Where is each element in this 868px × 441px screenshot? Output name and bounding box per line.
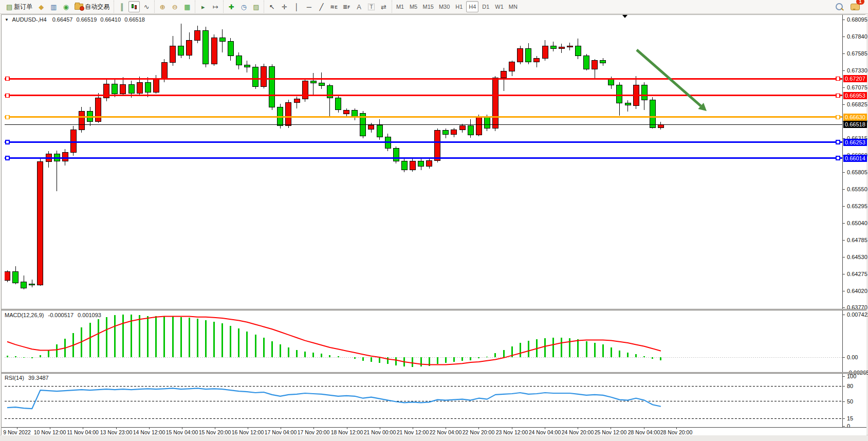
axis-tick-mark <box>843 418 845 419</box>
timeframe-D1[interactable]: D1 <box>479 1 492 12</box>
chart-window[interactable]: ▼ AUDUSD-,H4 0.66457 0.66519 0.66410 0.6… <box>1 14 867 435</box>
candle <box>617 85 622 103</box>
price-tick: 0.65550 <box>847 186 867 192</box>
line-price-tag: 0.66953 <box>843 92 867 99</box>
candle <box>96 98 101 122</box>
time-label: 21 Nov 12:00 <box>397 429 429 435</box>
price-axis[interactable]: 0.680950.678400.675850.673300.670750.668… <box>842 15 866 427</box>
candle <box>170 46 176 62</box>
templates-button[interactable]: ▨ <box>250 1 262 12</box>
navigator-button[interactable]: ◉ <box>60 1 71 12</box>
candle <box>145 82 151 92</box>
timeframe-M30[interactable]: M30 <box>437 1 452 12</box>
vertical-line-button[interactable]: │ <box>291 1 302 12</box>
line-handle[interactable] <box>6 77 9 81</box>
axis-tick-mark <box>843 87 845 88</box>
data-window-button[interactable]: ▥ <box>48 1 59 12</box>
crosshair-button[interactable]: ✛ <box>279 1 290 12</box>
axis-tick-mark <box>843 172 845 173</box>
candlestick-button[interactable] <box>128 1 140 12</box>
candle <box>518 48 523 62</box>
candle <box>310 81 316 83</box>
axis-tick-mark <box>843 223 845 224</box>
price-tick: 0.66825 <box>847 101 867 107</box>
bar-chart-button[interactable]: ║ <box>116 1 127 12</box>
macd-panel-canvas[interactable] <box>5 310 842 372</box>
oneclick-collapse-icon[interactable]: ▼ <box>5 17 9 22</box>
line-handle[interactable] <box>6 94 9 97</box>
line-handle[interactable] <box>836 140 840 144</box>
panel-splitter-rsi[interactable] <box>2 372 866 374</box>
line-handle[interactable] <box>836 156 840 160</box>
zoom-in-button[interactable]: ⊕ <box>157 1 168 12</box>
candle <box>608 79 614 85</box>
timeframe-M5[interactable]: M5 <box>408 1 420 12</box>
mt4-window: ▤ 新订单 ◆ ▥ ◉ 自动交易 ║ ∿ ⊕ ⊖ ▦ ▸ ↦ ✚ ◷ <box>0 0 868 441</box>
toolbar-group-objects: ↖ ✛ │ ─ ╱ ≋ᴇ ≣ꜰ A T ⇄ <box>264 1 391 13</box>
tile-windows-button[interactable]: ▦ <box>181 1 193 12</box>
panel-splitter-macd[interactable] <box>2 309 866 310</box>
macd-tick: 0.007422 <box>847 311 868 318</box>
autotrading-button[interactable]: 自动交易 <box>72 1 112 12</box>
periods-button[interactable]: ◷ <box>238 1 249 12</box>
candle <box>509 62 515 71</box>
text-label-button[interactable]: T <box>366 1 377 12</box>
trendline-button[interactable]: ╱ <box>316 1 327 12</box>
crosshair-icon: ✛ <box>282 4 287 10</box>
market-watch-button[interactable]: ◆ <box>35 1 47 12</box>
timeframe-H1[interactable]: H1 <box>453 1 465 12</box>
price-tick: 0.65040 <box>847 220 867 226</box>
time-axis[interactable]: 9 Nov 202210 Nov 12:0011 Nov 04:0013 Nov… <box>2 427 866 435</box>
arrows-button[interactable]: ⇄ <box>378 1 390 12</box>
auto-scroll-button[interactable]: ▸ <box>197 1 209 12</box>
chart-shift-button[interactable]: ↦ <box>210 1 221 12</box>
candle <box>501 71 507 78</box>
autotrading-icon <box>75 4 83 10</box>
timeframe-M1[interactable]: M1 <box>394 1 407 12</box>
candle <box>286 102 291 125</box>
macd-label: MACD(12,26,9) -0.000517 0.001093 <box>5 312 101 318</box>
timeframe-W1[interactable]: W1 <box>493 1 506 12</box>
ohlc-close: 0.66518 <box>124 16 145 23</box>
line-handle[interactable] <box>836 77 840 81</box>
window-bottom-edge <box>0 435 868 441</box>
cursor-button[interactable]: ↖ <box>266 1 278 12</box>
timeframe-H4[interactable]: H4 <box>466 1 478 12</box>
search-button[interactable] <box>834 1 845 12</box>
line-chart-button[interactable]: ∿ <box>141 1 152 12</box>
line-handle[interactable] <box>6 140 9 144</box>
indicators-button[interactable]: ✚ <box>226 1 237 12</box>
horizontal-line-button[interactable]: ─ <box>303 1 315 12</box>
trend-arrow[interactable] <box>637 50 707 111</box>
chart-title: ▼ AUDUSD-,H4 0.66457 0.66519 0.66410 0.6… <box>5 16 145 23</box>
candle <box>79 111 84 130</box>
price-chart-canvas[interactable] <box>5 16 842 309</box>
time-label: 18 Nov 12:00 <box>331 429 363 435</box>
line-chart-icon: ∿ <box>144 4 150 10</box>
line-handle[interactable] <box>6 115 9 119</box>
fibonacci-icon: ≣ꜰ <box>343 4 350 10</box>
fibonacci-button[interactable]: ≣ꜰ <box>341 1 353 12</box>
equidistant-channel-button[interactable]: ≋ᴇ <box>328 1 340 12</box>
line-handle[interactable] <box>836 94 840 97</box>
new-order-button[interactable]: ▤ 新订单 <box>4 1 34 12</box>
zoom-out-button[interactable]: ⊖ <box>169 1 180 12</box>
ohlc-high: 0.66519 <box>77 16 97 23</box>
candle <box>377 125 382 137</box>
candle <box>269 66 275 107</box>
price-tick: 0.67585 <box>847 50 867 57</box>
timeframe-MN[interactable]: MN <box>507 1 520 12</box>
new-order-icon: ▤ <box>6 4 12 10</box>
candle <box>153 79 159 93</box>
line-handle[interactable] <box>836 115 840 119</box>
candle <box>21 282 27 288</box>
axis-tick-mark <box>843 240 845 241</box>
rsi-tick: 100 <box>847 373 856 379</box>
rsi-panel-canvas[interactable] <box>5 374 842 427</box>
timeframe-M15[interactable]: M15 <box>421 1 436 12</box>
line-handle[interactable] <box>6 156 9 160</box>
notifications-button[interactable]: 1 <box>848 1 862 12</box>
text-button[interactable]: A <box>354 1 365 12</box>
chart-shift-marker-icon[interactable] <box>622 15 627 18</box>
toolbar-group-scroll: ▸ ↦ <box>195 1 223 13</box>
